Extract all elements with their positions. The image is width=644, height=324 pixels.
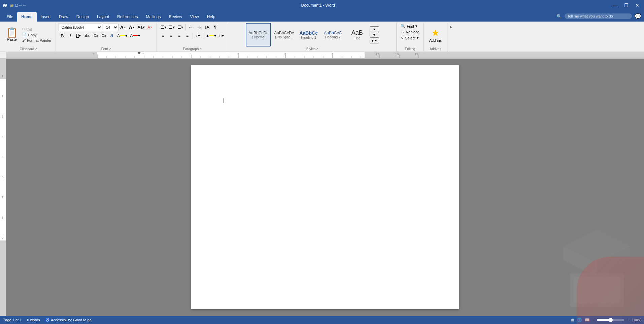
svg-text:19: 19	[415, 53, 418, 56]
font-label: Font ↗	[59, 46, 154, 52]
copy-button[interactable]: 📄 Copy	[21, 32, 53, 37]
styles-scroll-up[interactable]: ▲	[370, 26, 379, 32]
print-layout-button[interactable]: ▤	[571, 318, 574, 322]
text-cursor	[224, 98, 224, 103]
numbering-button[interactable]: ☰▾	[168, 24, 176, 31]
cut-icon: ✂	[22, 27, 25, 31]
ribbon: 📋 Paste ✂ Cut 📄 Copy 🖌 Format Painter	[0, 22, 644, 52]
document-page[interactable]	[191, 65, 459, 309]
select-button[interactable]: ↘ Select ▾	[399, 35, 420, 40]
clear-formatting-button[interactable]: A✕	[146, 24, 154, 31]
style-no-spacing-preview: AaBbCcDc	[274, 31, 294, 35]
change-case-button[interactable]: Aa▾	[137, 24, 146, 31]
underline-button[interactable]: U▾	[75, 32, 82, 39]
tell-me-input[interactable]	[565, 13, 632, 19]
document-area[interactable]	[6, 59, 644, 316]
superscript-button[interactable]: X2	[100, 32, 107, 39]
zoom-thumb[interactable]	[609, 318, 613, 322]
select-label: Select	[405, 36, 415, 40]
tab-insert[interactable]: Insert	[37, 12, 55, 22]
close-button[interactable]: ✕	[633, 2, 641, 9]
zoom-level: 100%	[632, 318, 641, 322]
zoom-in-button[interactable]: +	[627, 318, 629, 322]
style-heading1[interactable]: AaBbCc Heading 1	[297, 23, 320, 46]
styles-expand-icon[interactable]: ↗	[316, 47, 318, 51]
editing-content: 🔍 Find ▾ ↔ Replace ↘ Select ▾	[399, 23, 420, 46]
find-button[interactable]: 🔍 Find ▾	[399, 24, 418, 29]
style-no-spacing[interactable]: AaBbCcDc ¶ No Spac...	[272, 23, 296, 46]
svg-text:4: 4	[332, 53, 333, 56]
line-spacing-button[interactable]: ↕▾	[194, 32, 202, 39]
increase-indent-button[interactable]: ⇒	[195, 24, 203, 31]
tab-layout[interactable]: Layout	[93, 12, 113, 22]
borders-button[interactable]: □▾	[218, 32, 225, 39]
tab-file[interactable]: File	[3, 12, 17, 22]
clipboard-expand-icon[interactable]: ↗	[35, 47, 37, 51]
paste-icon: 📋	[6, 28, 18, 37]
text-highlight-button[interactable]: A ▾	[116, 32, 128, 39]
format-painter-button[interactable]: 🖌 Format Painter	[21, 38, 53, 43]
cut-button[interactable]: ✂ Cut	[21, 27, 53, 32]
tab-draw[interactable]: Draw	[55, 12, 72, 22]
tab-review[interactable]: Review	[165, 12, 186, 22]
styles-group: AaBbCcDc ¶ Normal AaBbCcDc ¶ No Spac... …	[228, 23, 397, 52]
styles-content: AaBbCcDc ¶ Normal AaBbCcDc ¶ No Spac... …	[246, 23, 379, 46]
restore-button[interactable]: ❐	[622, 2, 631, 9]
collapse-ribbon-button[interactable]: ▲	[448, 24, 453, 29]
strikethrough-button[interactable]: abc	[83, 32, 91, 39]
minimize-button[interactable]: —	[611, 2, 619, 9]
addins-button[interactable]: ★ Add-ins	[427, 26, 444, 44]
zoom-slider[interactable]	[597, 319, 624, 321]
bullets-button[interactable]: ☰▾	[160, 24, 167, 31]
styles-expand[interactable]: ▼▼	[370, 38, 379, 43]
subscript-button[interactable]: X2	[92, 32, 99, 39]
paste-button[interactable]: 📋 Paste	[4, 27, 20, 42]
svg-text:9: 9	[2, 236, 3, 239]
svg-rect-2	[97, 52, 365, 58]
vertical-ruler: 1 2 3 4 5 6 7 8 9	[0, 59, 6, 316]
horizontal-ruler: 2 1 1 2	[6, 52, 644, 58]
tab-home[interactable]: Home	[17, 12, 36, 22]
tab-view[interactable]: View	[186, 12, 203, 22]
style-normal[interactable]: AaBbCcDc ¶ Normal	[246, 23, 271, 46]
clipboard-content: 📋 Paste ✂ Cut 📄 Copy 🖌 Format Painter	[4, 23, 53, 46]
align-center-button[interactable]: ≡	[168, 32, 175, 39]
read-mode-button[interactable]: 📖	[585, 318, 590, 322]
tab-help[interactable]: Help	[203, 12, 219, 22]
show-hide-button[interactable]: ¶	[211, 24, 219, 31]
tab-design[interactable]: Design	[72, 12, 93, 22]
replace-button[interactable]: ↔ Replace	[399, 30, 420, 34]
justify-button[interactable]: ≡	[184, 32, 191, 39]
svg-text:4: 4	[2, 135, 3, 138]
web-layout-button[interactable]: 🌐	[577, 318, 582, 322]
paragraph-expand-icon[interactable]: ↗	[199, 47, 202, 51]
multilevel-button[interactable]: ☰▾	[176, 24, 184, 31]
font-name-select[interactable]: Calibri (Body)	[59, 24, 102, 31]
zoom-out-button[interactable]: −	[592, 318, 595, 322]
font-expand-icon[interactable]: ↗	[109, 47, 111, 51]
decrease-indent-button[interactable]: ⇐	[187, 24, 195, 31]
replace-icon: ↔	[401, 30, 404, 34]
style-title[interactable]: AaB Title	[345, 23, 369, 46]
sort-button[interactable]: ↕A	[203, 24, 211, 31]
styles-scroll-down[interactable]: ▼	[370, 32, 379, 38]
find-icon: 🔍	[401, 24, 405, 28]
shrink-font-button[interactable]: A▼	[128, 24, 136, 31]
align-right-button[interactable]: ≡	[176, 32, 183, 39]
font-group: Calibri (Body) 14 891011 12141618 2436 A…	[56, 23, 157, 52]
font-color-button[interactable]: A ▾	[129, 32, 141, 39]
align-left-button[interactable]: ≡	[160, 32, 167, 39]
tab-references[interactable]: References	[113, 12, 142, 22]
font-size-select[interactable]: 14 891011 12141618 2436	[103, 24, 118, 31]
style-heading2-preview: AaBbCcC	[324, 31, 342, 35]
shading-button[interactable]: ▲ ▾	[205, 32, 217, 39]
paragraph-group: ☰▾ ☰▾ ☰▾ ⇐ ⇒ ↕A ¶ ≡ ≡ ≡ ≡ ↕▾ ▲	[157, 23, 229, 52]
tab-mailings[interactable]: Mailings	[142, 12, 165, 22]
italic-button[interactable]: I	[67, 32, 74, 39]
main-area: 1 2 3 4 5 6 7 8 9	[0, 59, 644, 316]
text-effects-button[interactable]: A	[108, 32, 115, 39]
grow-font-button[interactable]: A▲	[119, 24, 127, 31]
style-heading2[interactable]: AaBbCcC Heading 2	[321, 23, 345, 46]
clipboard-group: 📋 Paste ✂ Cut 📄 Copy 🖌 Format Painter	[1, 23, 56, 52]
bold-button[interactable]: B	[59, 32, 66, 39]
